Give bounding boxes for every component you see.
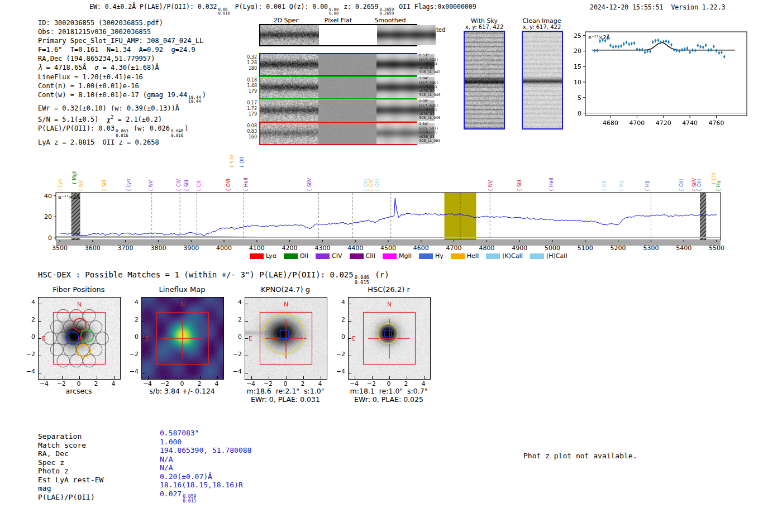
svg-text:3700: 3700	[118, 245, 133, 252]
cutout-ytick-label: −2	[125, 351, 139, 358]
cutout-xtick-label: 4	[313, 380, 327, 387]
svg-text:e⁻¹⁷×2Å: e⁻¹⁷×2Å	[588, 34, 610, 40]
spec2d-image	[260, 25, 319, 45]
legend-swatch	[350, 253, 364, 259]
legend-swatch	[451, 253, 465, 259]
svg-text:5200: 5200	[611, 245, 626, 252]
cutout-ytick-label: 4	[228, 299, 242, 306]
cutout-ytick-label: −2	[22, 351, 35, 358]
cutout-xtick-label: −2	[365, 380, 378, 387]
spec2d-image	[260, 100, 318, 121]
svg-text:4800: 4800	[479, 245, 494, 252]
cutout-ytick-label: −4	[332, 368, 345, 375]
legend-item: CIV	[316, 252, 342, 260]
stacked-uncertainty: 0.060.018	[218, 7, 230, 16]
summary-line: Obs: 20181215v036_3002036855	[38, 27, 206, 36]
cutout-xtick-label: 4	[417, 380, 430, 387]
header-metrics: EW: 0.4±0.2Å P(LAE)/P(OII): 0.0320.060.0…	[89, 2, 476, 16]
match-row-label: Separation	[38, 432, 82, 440]
legend-label: CIV	[332, 252, 342, 260]
spec2d-row-scale-labels: 0.321.28180	[241, 55, 257, 71]
cutout-xtick-label: 0	[382, 380, 395, 387]
hsc-plae-label: EWr: 0, PLAE: 0.025	[342, 395, 435, 404]
stacked-uncertainty: 0.0460.015	[355, 275, 369, 285]
summary-line: RA,Dec (194.865234,51.779957)	[38, 54, 206, 63]
legend-label: HeII	[467, 252, 479, 260]
spec2d-image	[318, 123, 376, 144]
summary-line: Primary Spec_Slot_IFU_AMP: 308_047_024_L…	[38, 36, 206, 45]
summary-line: Cont(w) = 8.10(±0.01)e-17 (gmag 19.4419.…	[38, 90, 206, 104]
svg-text:4400: 4400	[347, 245, 363, 252]
legend-label: (H)CaII	[546, 252, 568, 260]
legend-item: CIII	[350, 252, 375, 260]
cutout-image	[349, 298, 430, 379]
emission-line-label: { CII	[197, 181, 202, 191]
match-row-label: Spec z	[38, 458, 64, 467]
spec2d-header-smoothed: Smoothed	[364, 17, 416, 24]
match-row-label: Match score	[38, 441, 86, 449]
clean-image-strip	[522, 31, 563, 130]
spec2d-header-pixelflat: Pixel Flat	[312, 17, 364, 24]
emission-line-label: { HeII	[244, 178, 249, 191]
cutout-image	[245, 298, 327, 379]
match-row-value: 194.865390, 51.780088	[160, 446, 251, 454]
legend-label: Hγ	[435, 252, 444, 260]
summary-line: Cont(n) = 1.00(±0.01)e-16	[38, 82, 206, 90]
spec2d-image	[318, 100, 376, 121]
emission-line-label: { MgII	[72, 170, 77, 185]
spec2d-row	[259, 76, 417, 99]
spec2d-image	[318, 54, 376, 75]
svg-text:4200: 4200	[282, 245, 298, 252]
svg-text:15: 15	[574, 63, 581, 70]
spec2d-row-fiber-info: 1.08"(617, 430)20181215v036_03308_LL_046	[419, 99, 441, 121]
cutout-ytick-label: 2	[22, 316, 35, 323]
match-row-value: 0.587083"	[160, 429, 199, 437]
legend-item: Lyα	[250, 252, 276, 260]
legend-swatch	[419, 253, 433, 259]
cutout-xtick-label: −4	[244, 380, 258, 387]
emission-line-label: { Hβ	[645, 180, 650, 191]
spec2d-image	[319, 25, 378, 45]
elixer-report-page: { "header": { "segments": [ {"t":"EW: 0.…	[0, 0, 782, 532]
summary-line: S/N = 5.1(±0.5) χ2 = 2.1(±0.2)	[38, 113, 206, 124]
header-timestamp: 2024-12-20 15:55:51 Version 1.22.3	[590, 3, 725, 11]
spectrum-legend: LyαOIICIVCIIIMgIIHγHeII(K)CaII(H)CaII	[250, 252, 568, 260]
cutout-xtick-label: 0	[279, 380, 292, 387]
spec2d-image	[260, 123, 318, 144]
spec2d-row-scale-labels: 0.181.48179	[241, 78, 257, 94]
svg-text:4000: 4000	[216, 245, 232, 252]
emission-line-label: { Lyα	[58, 179, 63, 191]
legend-item: Hγ	[419, 252, 444, 260]
emission-line-label: { OVI	[226, 179, 231, 191]
with-sky-coords: x, y: 617, 422	[458, 24, 511, 30]
match-row-label: RA, Dec	[38, 449, 69, 458]
cutout-xtick-label: 2	[193, 380, 206, 387]
legend-swatch	[284, 253, 298, 259]
summary-line: F=1.6" T=0.161 N=1.34 A=0.92 g=24.9	[38, 45, 206, 54]
cutout-ytick-label: 2	[332, 316, 345, 323]
match-row-label: P(LAE)/P(OII)	[38, 493, 95, 501]
summary-line: EWr = 0.32(±0.10) (w: 0.39(±0.13))Å	[38, 104, 206, 113]
cutout-xtick-label: −4	[347, 380, 361, 387]
cutout-kpno	[245, 297, 327, 380]
stacked-uncertainty: 0.000.00	[329, 7, 338, 16]
spec2d-row	[259, 122, 417, 145]
spec2d-row-fiber-info: 1.54"(615, 597)20181215v036_03308_LL_065	[419, 122, 441, 143]
svg-text:3600: 3600	[85, 245, 101, 252]
summary-line: LineFlux = 1.20(±0.41)e-16	[38, 73, 206, 82]
cutout-ytick-label: 0	[228, 333, 242, 341]
match-row-value: 1.000	[160, 438, 182, 446]
cutout-xlabel-arcsecs: arcsecs	[37, 387, 120, 395]
clean-image-coords: x, y: 617, 422	[516, 24, 568, 30]
line-fit-zoom-plot: 051015202546804700472047404760e⁻¹⁷×2Å	[561, 23, 782, 135]
stacked-uncertainty: 0.26590.2659	[379, 7, 394, 16]
report-date: 2024-12-20 15:55:51	[590, 3, 664, 11]
legend-swatch	[486, 253, 500, 259]
emission-line-label: { NV	[488, 180, 493, 191]
cutout-image	[142, 298, 223, 379]
cutout-ytick-label: 2	[125, 316, 139, 323]
summary-line: LyA z = 2.8815 OII z = 0.2658	[38, 138, 206, 147]
sky-strip-image	[465, 32, 504, 128]
report-version: Version 1.22.3	[671, 3, 725, 11]
cutout-xtick-label: −2	[55, 380, 68, 387]
